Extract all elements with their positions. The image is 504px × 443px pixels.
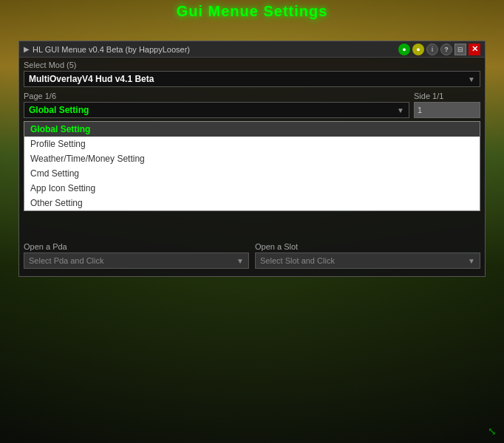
page-side-row: Page 1/6 Global Setting ▼ Side 1/1 bbox=[19, 89, 485, 120]
title-bar: Gui Menue Settings bbox=[0, 0, 504, 22]
open-pda-dropdown[interactable]: Select Pda and Click ▼ bbox=[24, 253, 249, 269]
maximize-button[interactable]: ● bbox=[412, 44, 424, 55]
open-slot-value: Select Slot and Click bbox=[260, 256, 335, 265]
page-label: Page 1/6 bbox=[24, 92, 409, 100]
resize-handle[interactable]: ⤡ bbox=[488, 425, 497, 437]
panel-titlebar: ▶ HL GUI Menue v0.4 Beta (by HappyLooser… bbox=[19, 41, 485, 58]
camera-button[interactable]: ⊟ bbox=[454, 44, 466, 55]
panel-title-left: ▶ HL GUI Menue v0.4 Beta (by HappyLooser… bbox=[24, 45, 190, 54]
panel-title-arrow: ▶ bbox=[24, 45, 30, 53]
select-mod-value: MultiOverlayV4 Hud v4.1 Beta bbox=[29, 74, 154, 84]
select-mod-dropdown[interactable]: MultiOverlayV4 Hud v4.1 Beta ▼ bbox=[24, 71, 480, 87]
close-button[interactable]: ✕ bbox=[469, 44, 480, 55]
open-pda-label: Open a Pda bbox=[24, 242, 249, 251]
page-arrow: ▼ bbox=[397, 106, 404, 114]
select-mod-row: Select Mod (5) MultiOverlayV4 Hud v4.1 B… bbox=[19, 58, 485, 89]
menu-list-item[interactable]: App Icon Setting bbox=[24, 181, 480, 196]
page-value: Global Setting bbox=[29, 105, 89, 115]
open-slot-label: Open a Slot bbox=[255, 242, 480, 251]
menu-list-item[interactable]: Global Setting bbox=[24, 122, 480, 137]
main-panel: ▶ HL GUI Menue v0.4 Beta (by HappyLooser… bbox=[18, 41, 486, 277]
menu-list-item[interactable]: Profile Setting bbox=[24, 137, 480, 151]
open-pda-value: Select Pda and Click bbox=[29, 256, 104, 265]
minimize-button[interactable]: ● bbox=[398, 44, 410, 55]
open-slot-col: Open a Slot Select Slot and Click ▼ bbox=[255, 242, 480, 269]
side-section: Side 1/1 bbox=[414, 92, 480, 118]
open-pda-col: Open a Pda Select Pda and Click ▼ bbox=[24, 242, 249, 269]
bottom-section: Open a Pda Select Pda and Click ▼ Open a… bbox=[19, 242, 485, 269]
menu-list-item[interactable]: Cmd Setting bbox=[24, 166, 480, 181]
select-mod-arrow: ▼ bbox=[468, 75, 475, 83]
open-pda-arrow: ▼ bbox=[236, 257, 244, 265]
menu-list-item[interactable]: Weather/Time/Money Setting bbox=[24, 151, 480, 166]
menu-list-area: Global SettingProfile SettingWeather/Tim… bbox=[24, 121, 480, 211]
info-button[interactable]: i bbox=[426, 44, 438, 55]
select-mod-label: Select Mod (5) bbox=[24, 61, 480, 69]
spacer bbox=[19, 213, 485, 235]
panel-title-icons: ● ● i ? ⊟ ✕ bbox=[398, 44, 480, 55]
page-left: Page 1/6 Global Setting ▼ bbox=[24, 92, 409, 118]
side-label: Side 1/1 bbox=[414, 92, 480, 100]
open-slot-dropdown[interactable]: Select Slot and Click ▼ bbox=[255, 253, 480, 269]
panel-title-label: HL GUI Menue v0.4 Beta (by HappyLooser) bbox=[33, 45, 190, 54]
help-button[interactable]: ? bbox=[440, 44, 452, 55]
open-slot-arrow: ▼ bbox=[468, 257, 475, 265]
page-dropdown[interactable]: Global Setting ▼ bbox=[24, 102, 409, 118]
app-title: Gui Menue Settings bbox=[177, 3, 328, 20]
side-input[interactable] bbox=[414, 102, 480, 118]
menu-list-item[interactable]: Other Setting bbox=[24, 196, 480, 210]
